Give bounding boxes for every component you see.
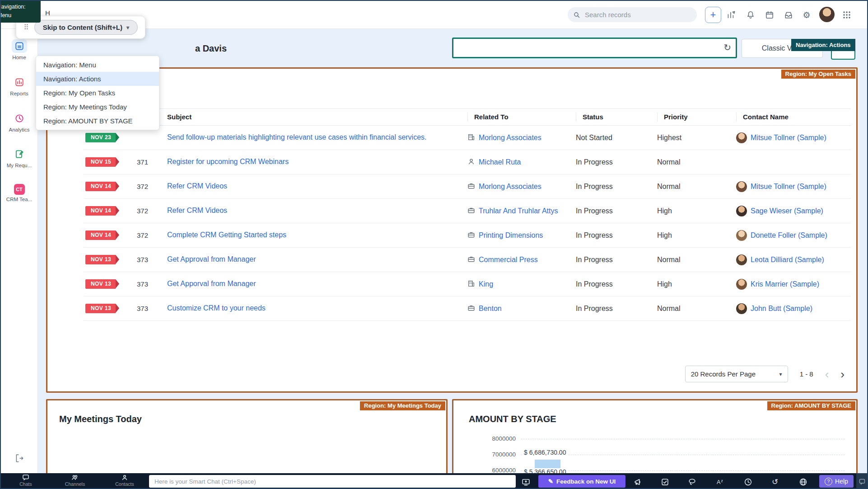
menu-item-navigation-menu[interactable]: Navigation: Menu [36,58,159,72]
search-input[interactable] [584,10,685,19]
apps-grid-icon[interactable] [841,9,853,21]
svg-text:A: A [717,479,721,485]
contacts-icon [121,474,128,481]
contact-avatar [736,230,747,241]
briefcase-icon [467,231,475,239]
contact-link[interactable]: Mitsue Tollner (Sample) [751,133,826,142]
table-header-row: Subject Related To Status Priority Conta… [84,108,851,126]
crm-window: H + ⚙ Home [0,0,868,489]
sidebar-item-reports[interactable]: Reports [1,75,37,96]
y-tick-label: 8000000 [453,435,516,442]
building-icon [467,280,475,287]
task-subject-link[interactable]: Send follow-up materials highlighting re… [167,133,427,141]
menu-item-navigation-actions[interactable]: Navigation: Actions [36,72,159,86]
clock-icon[interactable] [742,476,753,487]
contact-avatar [736,132,747,143]
channels-button[interactable]: Channels [57,474,93,487]
col-related-to: Related To [467,113,576,122]
pagination: 20 Records Per Page ▾ 1 - 8 ‹ › [685,366,845,382]
due-date-badge: NOV 23 [85,133,116,142]
contact-link[interactable]: Kris Marrier (Sample) [751,280,819,289]
chevron-down-icon: ▾ [126,24,129,31]
globe-icon[interactable] [798,476,808,487]
channels-icon [71,474,79,481]
due-date-badge: NOV 13 [85,279,116,289]
menu-item-region-amount[interactable]: Region: AMOUNT BY STAGE [36,114,159,128]
focused-toolbar-box[interactable]: ↻ [452,38,737,58]
tasks-check-icon[interactable] [659,476,670,487]
task-subject-link[interactable]: Register for upcoming CRM Webinars [167,158,289,165]
smart-chat-input[interactable] [149,475,516,488]
help-button[interactable]: ? Help [819,475,854,488]
related-to-link[interactable]: Benton [479,304,502,313]
task-subject-link[interactable]: Refer CRM Videos [167,207,227,214]
contact-link[interactable]: Mitsue Tollner (Sample) [751,182,826,191]
table-row: NOV 13 373 Get Apporval from Manager Kin… [84,272,851,296]
contact-link[interactable]: Sage Wieser (Sample) [751,207,823,216]
chats-button[interactable]: Chats [8,474,44,487]
related-to-link[interactable]: Michael Ruta [479,158,521,167]
contact-link[interactable]: Donette Foller (Sample) [751,231,827,240]
analytics-icon [12,112,27,125]
chat-bubble-icon [22,474,29,481]
amount-chart-title: AMOUNT BY STAGE [469,414,556,424]
sidebar-item-my-requests[interactable]: My Requ... [1,147,37,168]
region-badge-amount: Region: AMOUNT BY STAGE [767,401,855,410]
bar-value-label: $ 6,686,730.00 [522,449,568,456]
contacts-button[interactable]: Contacts [107,474,143,487]
feedback-button[interactable]: ✎ Feedback on New UI [538,475,625,488]
sidebar-item-home[interactable]: Home [1,39,37,60]
add-record-button[interactable]: + [705,7,721,23]
due-date-badge: NOV 14 [85,182,116,191]
refresh-icon[interactable]: ↻ [723,42,731,53]
svg-text:z: z [721,478,723,483]
announcement-icon[interactable] [632,476,643,487]
col-subject: Subject [167,113,467,122]
table-row: NOV 14 372 Refer CRM Videos Morlong Asso… [84,174,851,199]
col-status: Status [576,113,657,122]
task-subject-link[interactable]: Refer CRM Videos [167,182,227,190]
zia-icon[interactable] [725,9,737,21]
page-title: a Davis [195,43,227,54]
menu-item-region-meetings[interactable]: Region: My Meetings Today [36,100,159,114]
user-avatar[interactable] [819,7,835,22]
sidebar-exit-icon[interactable] [1,453,37,465]
related-to-link[interactable]: Morlong Associates [479,133,541,142]
inbox-icon[interactable] [783,9,794,21]
related-to-link[interactable]: Printing Dimensions [479,231,543,240]
related-to-link[interactable]: King [479,280,493,289]
prev-page-icon[interactable]: ‹ [825,370,829,379]
contact-avatar [736,254,747,265]
table-row: NOV 13 373 Customize CRM to your needs B… [84,296,851,321]
screen-share-icon[interactable] [520,476,531,487]
sidebar-item-analytics[interactable]: Analytics [1,112,37,132]
bottom-toolbar: Chats Channels Contacts ✎ Feedback on Ne… [1,473,867,489]
chat-panel-toggle-icon[interactable] [856,473,868,489]
col-priority: Priority [657,113,736,122]
lasso-icon[interactable] [686,476,697,487]
left-sidebar: Home Reports Analytics My Requ... CT CRM… [1,28,38,473]
task-subject-link[interactable]: Get Approval from Manager [167,255,256,263]
global-search[interactable] [568,7,697,22]
task-subject-link[interactable]: Customize CRM to your needs [167,304,266,312]
related-to-link[interactable]: Truhlar And Truhlar Attys [479,207,558,216]
skip-to-content-button[interactable]: Skip to Content (Shift+L) ▾ [34,20,138,35]
bell-icon[interactable] [745,9,756,21]
calendar-icon[interactable] [764,9,775,21]
next-page-icon[interactable]: › [840,370,845,379]
translate-icon[interactable]: Az [714,476,725,487]
task-subject-link[interactable]: Complete CRM Getting Started steps [167,231,286,239]
navigation-actions-badge: Navigation: Actions [791,39,855,51]
related-to-link[interactable]: Morlong Associates [479,182,541,191]
contact-link[interactable]: Leota Dilliard (Sample) [751,255,824,264]
history-icon[interactable]: ↺ [770,476,780,487]
settings-gear-icon[interactable]: ⚙ [801,9,812,21]
task-subject-link[interactable]: Get Apporval from Manager [167,280,256,287]
records-per-page-select[interactable]: 20 Records Per Page ▾ [685,366,788,382]
drag-handle-icon[interactable]: ⠿ [23,23,29,32]
related-to-link[interactable]: Commercial Press [479,255,538,264]
sidebar-item-crm-team[interactable]: CT CRM Tea... [1,184,37,202]
contact-link[interactable]: John Butt (Sample) [751,304,812,313]
menu-item-region-open-tasks[interactable]: Region: My Open Tasks [36,86,159,100]
briefcase-icon [467,255,475,263]
